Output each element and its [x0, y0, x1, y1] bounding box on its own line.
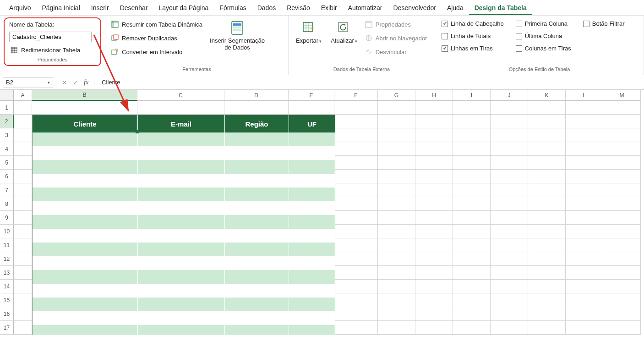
table-cell[interactable]	[138, 229, 225, 243]
table-cell[interactable]	[225, 201, 289, 215]
formula-input[interactable]: Cliente	[97, 79, 641, 86]
cell[interactable]	[566, 266, 603, 280]
table-cell[interactable]	[138, 174, 225, 188]
cell[interactable]	[334, 252, 378, 266]
cell[interactable]	[603, 293, 641, 307]
cell[interactable]	[453, 321, 491, 335]
cell[interactable]	[566, 128, 603, 142]
cell[interactable]	[566, 307, 603, 321]
cell[interactable]	[415, 211, 453, 225]
cell[interactable]	[566, 321, 603, 335]
cell[interactable]	[491, 115, 528, 128]
cell[interactable]	[415, 197, 453, 211]
cell[interactable]	[603, 142, 641, 156]
tab-desenhar[interactable]: Desenhar	[115, 1, 153, 15]
cell[interactable]	[378, 266, 415, 280]
cell[interactable]	[14, 266, 32, 280]
table-cell[interactable]	[33, 215, 138, 229]
table-cell[interactable]	[289, 229, 335, 243]
cell[interactable]	[14, 142, 32, 156]
cell[interactable]	[491, 225, 528, 238]
cell[interactable]	[415, 156, 453, 170]
row-header[interactable]: 10	[0, 225, 14, 238]
cell[interactable]	[14, 238, 32, 252]
cell[interactable]	[566, 252, 603, 266]
row-header[interactable]: 2	[0, 115, 14, 128]
cell[interactable]	[415, 238, 453, 252]
row-header[interactable]: 9	[0, 211, 14, 225]
table-cell[interactable]	[289, 325, 335, 335]
cell[interactable]	[603, 225, 641, 238]
cell[interactable]	[14, 280, 32, 293]
cell[interactable]	[528, 321, 566, 335]
column-header[interactable]: K	[528, 90, 566, 101]
table-cell[interactable]	[225, 160, 289, 174]
cell[interactable]	[289, 101, 334, 115]
cell[interactable]	[453, 197, 491, 211]
cell[interactable]	[415, 142, 453, 156]
cell[interactable]	[566, 293, 603, 307]
cell[interactable]	[603, 266, 641, 280]
cell[interactable]	[603, 101, 641, 115]
insert-slicer-button[interactable]: Inserir Segmentação de Dados	[207, 18, 267, 53]
checkbox-total-row[interactable]: Linha de Totais	[440, 32, 506, 40]
cell[interactable]	[415, 101, 453, 115]
tab-automatizar[interactable]: Automatizar	[343, 1, 388, 15]
cell[interactable]	[334, 238, 378, 252]
cell[interactable]	[378, 280, 415, 293]
cell[interactable]	[453, 307, 491, 321]
tab-inserir[interactable]: Inserir	[86, 1, 115, 15]
table-cell[interactable]	[225, 298, 289, 311]
tab-formulas[interactable]: Fórmulas	[214, 1, 251, 15]
column-header[interactable]: M	[603, 90, 641, 101]
cell[interactable]	[491, 321, 528, 335]
cell[interactable]	[334, 211, 378, 225]
row-header[interactable]: 13	[0, 266, 14, 280]
cell[interactable]	[491, 156, 528, 170]
cell[interactable]	[603, 307, 641, 321]
cell[interactable]	[378, 307, 415, 321]
row-header[interactable]: 11	[0, 238, 14, 252]
cell[interactable]	[491, 128, 528, 142]
table-cell[interactable]	[225, 256, 289, 270]
table-cell[interactable]	[225, 132, 289, 146]
table-cell[interactable]	[33, 160, 138, 174]
table-header-cell[interactable]: E-mail	[138, 115, 225, 132]
cell[interactable]	[415, 170, 453, 183]
cell[interactable]	[528, 183, 566, 197]
table-cell[interactable]	[289, 215, 335, 229]
cell[interactable]	[334, 170, 378, 183]
cell[interactable]	[491, 101, 528, 115]
cell[interactable]	[224, 101, 289, 115]
cell[interactable]	[528, 225, 566, 238]
table-cell[interactable]	[33, 146, 138, 160]
table-cell[interactable]	[289, 298, 335, 311]
cell[interactable]	[378, 128, 415, 142]
cell[interactable]	[528, 211, 566, 225]
column-header[interactable]: I	[453, 90, 491, 101]
column-header[interactable]: J	[491, 90, 528, 101]
table-cell[interactable]	[289, 160, 335, 174]
cell[interactable]	[415, 280, 453, 293]
table-cell[interactable]	[138, 325, 225, 335]
cell[interactable]	[14, 293, 32, 307]
table-header-cell[interactable]: Região	[225, 115, 289, 132]
cell[interactable]	[603, 211, 641, 225]
cell[interactable]	[378, 225, 415, 238]
cell[interactable]	[378, 170, 415, 183]
cell[interactable]	[378, 156, 415, 170]
select-all-corner[interactable]	[0, 90, 14, 101]
row-header[interactable]: 4	[0, 142, 14, 156]
cell[interactable]	[491, 293, 528, 307]
cell[interactable]	[566, 183, 603, 197]
column-header[interactable]: D	[224, 90, 289, 101]
cell[interactable]	[528, 252, 566, 266]
column-header[interactable]: A	[14, 90, 32, 101]
cell[interactable]	[32, 101, 137, 115]
cell[interactable]	[453, 183, 491, 197]
cell[interactable]	[491, 211, 528, 225]
cell[interactable]	[14, 101, 32, 115]
cell[interactable]	[334, 307, 378, 321]
column-header[interactable]: C	[137, 90, 224, 101]
table-cell[interactable]	[33, 188, 138, 201]
